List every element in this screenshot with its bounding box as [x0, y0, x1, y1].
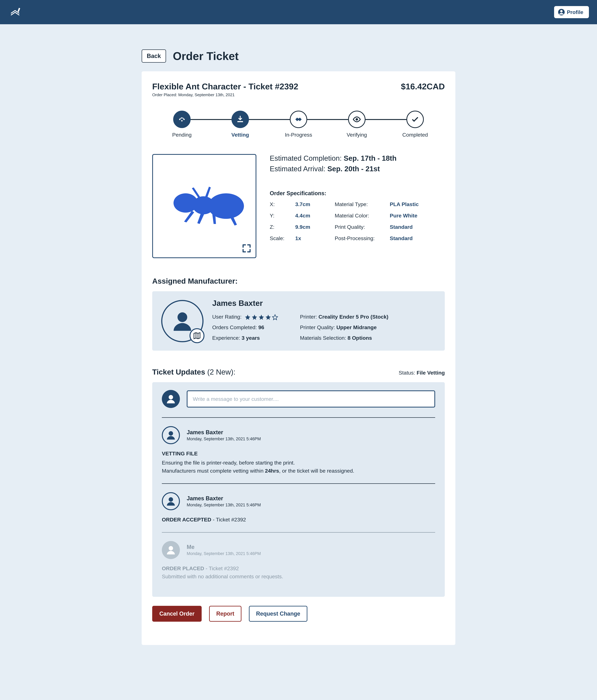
manufacturer-materials: Materials Selection: 8 Options	[300, 332, 388, 343]
update-avatar	[162, 492, 180, 510]
page-title-row: Back Order Ticket	[142, 49, 455, 62]
spec-z-value: 9.9cm	[295, 224, 334, 230]
step-label: Completed	[402, 132, 428, 138]
manufacturer-name: James Baxter	[212, 299, 436, 308]
manufacturer-printer-quality: Printer Quality: Upper Midrange	[300, 322, 388, 332]
user-icon	[166, 496, 176, 506]
spec-post-processing-value: Standard	[390, 235, 430, 241]
step-icon-pending	[173, 111, 191, 128]
update-avatar	[162, 426, 180, 444]
svg-point-8	[181, 120, 183, 122]
user-icon	[171, 309, 194, 333]
profile-label: Profile	[567, 9, 583, 15]
svg-point-10	[183, 118, 184, 119]
download-icon	[236, 115, 244, 124]
step-vetting: Vetting	[225, 111, 256, 138]
manufacturer-experience: Experience: 3 years	[212, 332, 278, 343]
step-label: Vetting	[231, 132, 249, 138]
ticket-card: Flexible Ant Character - Ticket #2392 Or…	[142, 71, 455, 645]
spec-material-color-value: Pure White	[390, 212, 430, 219]
estimated-arrival: Estimated Arrival: Sep. 20th - 21st	[270, 165, 445, 173]
step-icon-completed	[406, 111, 424, 128]
manufacturer-box: James Baxter User Rating:	[152, 291, 445, 351]
update-body: VETTING FILE Ensuring the file is printe…	[162, 449, 435, 475]
spec-y-value: 4.4cm	[295, 212, 334, 219]
svg-rect-2	[18, 8, 20, 12]
spec-x-label: X:	[270, 201, 295, 207]
fullscreen-icon[interactable]	[242, 244, 251, 253]
model-preview-image	[161, 181, 248, 231]
step-label: In-Progress	[285, 132, 312, 138]
model-preview[interactable]	[152, 154, 256, 258]
spec-material-type-value: PLA Plastic	[390, 201, 430, 207]
manufacturer-section-title: Assigned Manufacturer:	[152, 277, 445, 285]
dots-loading-icon	[178, 115, 186, 124]
star-icon	[265, 314, 271, 320]
svg-point-14	[174, 193, 198, 212]
user-icon	[166, 430, 176, 441]
spec-post-processing-label: Post-Processing:	[335, 235, 389, 241]
spec-z-label: Z:	[270, 224, 295, 230]
update-time: Monday, September 13th, 2021 5:46PM	[187, 551, 261, 556]
spec-scale-value: 1x	[295, 235, 334, 241]
step-pending: Pending	[166, 111, 197, 138]
update-item: James Baxter Monday, September 13th, 202…	[162, 483, 435, 532]
svg-point-18	[169, 395, 173, 399]
svg-point-16	[188, 195, 194, 201]
ticket-price: $16.42CAD	[401, 82, 445, 91]
step-inprogress: In-Progress	[283, 111, 314, 138]
update-body: ORDER ACCEPTED - Ticket #2392	[162, 516, 435, 524]
handshake-icon	[294, 115, 303, 124]
specs-title: Order Specifications:	[270, 190, 445, 197]
spec-print-quality-value: Standard	[390, 224, 430, 230]
star-icon	[245, 314, 251, 320]
message-input[interactable]	[187, 391, 435, 407]
profile-button[interactable]: Profile	[554, 6, 589, 18]
update-author: Me	[187, 544, 261, 550]
svg-point-20	[169, 497, 173, 502]
back-button[interactable]: Back	[142, 49, 166, 62]
svg-point-19	[169, 431, 173, 435]
cancel-order-button[interactable]: Cancel Order	[152, 606, 202, 622]
specs-grid: X: 3.7cm Material Type: PLA Plastic Y: 4…	[270, 201, 445, 241]
step-icon-verifying	[348, 111, 366, 128]
spec-material-color-label: Material Color:	[335, 212, 389, 219]
manufacturer-orders: Orders Completed: 96	[212, 322, 278, 332]
rating-stars	[245, 314, 278, 320]
report-button[interactable]: Report	[209, 606, 242, 622]
eye-icon	[353, 115, 361, 124]
ticket-title: Flexible Ant Character - Ticket #2392	[152, 82, 298, 91]
page-title: Order Ticket	[173, 50, 239, 62]
update-body: ORDER PLACED - Ticket #2392 Submitted wi…	[162, 564, 435, 581]
svg-point-11	[355, 118, 358, 121]
request-change-button[interactable]: Request Change	[249, 606, 307, 622]
compose-avatar	[162, 390, 180, 408]
spec-scale-label: Scale:	[270, 235, 295, 241]
svg-point-17	[177, 312, 187, 322]
svg-point-6	[181, 117, 183, 119]
updates-status: Status: File Vetting	[399, 370, 445, 376]
app-logo	[8, 5, 22, 19]
updates-title: Ticket Updates (2 New):	[152, 368, 235, 376]
spec-x-value: 3.7cm	[295, 201, 334, 207]
update-time: Monday, September 13th, 2021 5:46PM	[187, 503, 261, 507]
svg-point-9	[180, 118, 181, 119]
action-buttons: Cancel Order Report Request Change	[152, 606, 445, 622]
updates-box: James Baxter Monday, September 13th, 202…	[152, 382, 445, 597]
update-item: James Baxter Monday, September 13th, 202…	[162, 417, 435, 483]
estimated-completion: Estimated Completion: Sep. 17th - 18th	[270, 154, 445, 162]
svg-point-7	[183, 119, 185, 120]
update-item: Me Monday, September 13th, 2021 5:46PM O…	[162, 532, 435, 589]
manufacturer-badge	[190, 328, 204, 343]
star-outline-icon	[272, 314, 278, 320]
spec-y-label: Y:	[270, 212, 295, 219]
step-verifying: Verifying	[341, 111, 372, 138]
star-icon	[251, 314, 257, 320]
spec-print-quality-label: Print Quality:	[335, 224, 389, 230]
user-circle-icon	[558, 8, 565, 16]
step-label: Verifying	[347, 132, 367, 138]
svg-point-4	[560, 10, 563, 12]
star-icon	[258, 314, 265, 320]
check-icon	[411, 115, 419, 124]
manufacturer-printer: Printer: Creality Ender 5 Pro (Stock)	[300, 311, 388, 322]
